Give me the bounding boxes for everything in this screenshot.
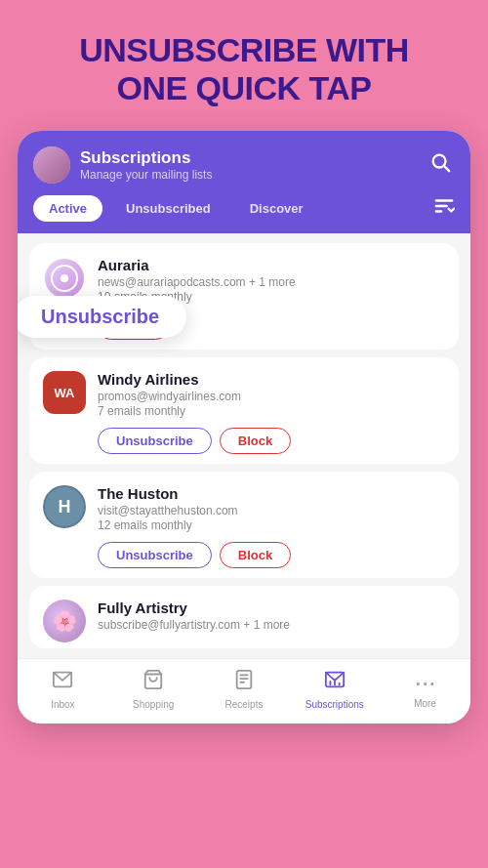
artistry-logo: 🌸 [43,599,86,642]
nav-receipts[interactable]: Receipts [215,669,273,710]
nav-more[interactable]: ··· More [396,670,455,709]
windy-logo: WA [43,371,86,414]
auraria-name: Auraria [98,257,296,273]
sub-card-artistry: 🌸 Fully Artistry subscribe@fullyartistry… [29,586,459,648]
windy-freq: 7 emails monthly [98,404,241,418]
avatar [33,146,70,184]
tab-active[interactable]: Active [33,195,102,222]
windy-block-button[interactable]: Block [220,428,291,454]
subscriptions-list: Auraria news@aurariapodcasts.com + 1 mor… [18,233,470,658]
app-header: Subscriptions Manage your mailing lists … [18,131,470,233]
windy-name: Windy Airlines [98,371,241,388]
artistry-email: subscribe@fullyartistry.com + 1 more [98,618,290,632]
windy-email: promos@windyairlines.com [98,390,241,403]
sub-card-huston: H The Huston visit@stayatthehuston.com 1… [29,472,459,578]
more-icon: ··· [415,670,436,695]
nav-subscriptions-label: Subscriptions [305,699,364,710]
hero-title: UNSUBSCRIBE WITH ONE QUICK TAP [0,0,488,131]
nav-shopping-label: Shopping [133,699,174,710]
huston-logo: H [43,485,86,528]
auraria-logo [43,257,86,300]
nav-inbox[interactable]: Inbox [33,669,92,710]
svg-line-1 [444,166,449,171]
receipts-icon [233,669,255,696]
header-title: Subscriptions [80,148,212,168]
inbox-icon [52,669,73,696]
nav-inbox-label: Inbox [51,699,74,710]
nav-receipts-label: Receipts [225,699,264,710]
header-subtitle: Manage your mailing lists [80,168,212,182]
huston-block-button[interactable]: Block [220,542,291,568]
sort-icon[interactable] [433,195,455,222]
nav-more-label: More [414,698,436,709]
sub-card-auraria: Auraria news@aurariapodcasts.com + 1 mor… [29,243,459,350]
shopping-icon [142,669,164,696]
tab-unsubscribed[interactable]: Unsubscribed [110,195,226,222]
huston-email: visit@stayatthehuston.com [98,504,238,517]
bottom-nav: Inbox Shopping Receipts [18,658,470,723]
sub-card-windy: WA Windy Airlines promos@windyairlines.c… [29,357,459,464]
nav-shopping[interactable]: Shopping [124,669,183,710]
subscriptions-icon [324,669,346,696]
windy-unsub-button[interactable]: Unsubscribe [98,428,212,454]
huston-freq: 12 emails monthly [98,518,238,532]
tab-discover[interactable]: Discover [234,195,319,222]
auraria-email: news@aurariapodcasts.com + 1 more [98,275,296,289]
nav-subscriptions[interactable]: Subscriptions [305,669,364,710]
huston-name: The Huston [98,485,238,502]
app-card: Subscriptions Manage your mailing lists … [18,131,470,723]
huston-unsub-button[interactable]: Unsubscribe [98,542,212,568]
search-icon[interactable] [426,147,455,183]
floating-unsubscribe[interactable]: Unsubscribe [18,296,186,338]
artistry-name: Fully Artistry [98,599,290,616]
